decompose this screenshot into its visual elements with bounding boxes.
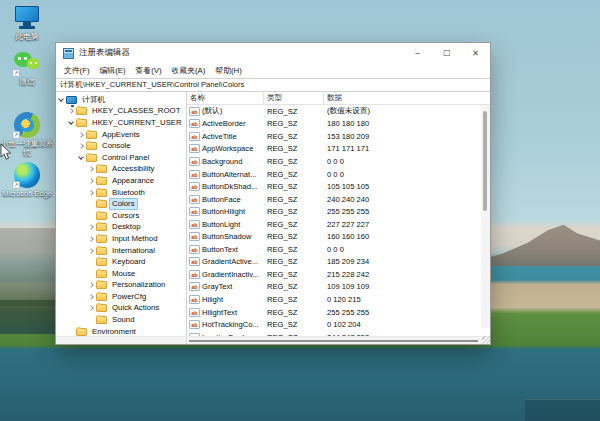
table-row[interactable]: InactiveBorder REG_SZ 244 247 252 xyxy=(187,331,481,336)
icon-label: 微信 xyxy=(0,78,54,87)
tree-item[interactable]: Input Method xyxy=(56,233,186,245)
tree-item[interactable]: Personalization xyxy=(56,280,186,292)
value-name: GrayText xyxy=(202,282,264,291)
edge-icon: ↗ xyxy=(14,162,40,188)
tree-item[interactable]: Sound xyxy=(56,314,186,326)
table-row[interactable]: AppWorkspace REG_SZ 171 171 171 xyxy=(187,143,481,156)
tree-item[interactable]: Accessibility xyxy=(56,164,186,176)
value-type: REG_SZ xyxy=(264,119,324,128)
folder-icon xyxy=(96,293,107,301)
table-row[interactable]: Hilight REG_SZ 0 120 215 xyxy=(187,293,481,306)
list-hscrollbar-thumb[interactable] xyxy=(189,340,478,342)
tree-item[interactable]: Mouse xyxy=(56,268,186,280)
column-headers: 名称 类型 数据 xyxy=(187,92,490,105)
tree-hscrollbar[interactable] xyxy=(56,337,187,344)
folder-icon xyxy=(96,212,107,220)
column-header-data[interactable]: 数据 xyxy=(324,92,481,104)
menu-item[interactable]: 文件(F) xyxy=(59,65,95,76)
resize-grip[interactable] xyxy=(482,336,490,344)
chevron-icon[interactable] xyxy=(68,108,75,115)
vertical-scrollbar[interactable] xyxy=(481,105,490,328)
table-row[interactable]: HotTrackingCo... REG_SZ 0 102 204 xyxy=(187,318,481,331)
chevron-icon[interactable] xyxy=(88,212,95,219)
chevron-icon[interactable] xyxy=(88,189,95,196)
tree-item[interactable]: HKEY_CURRENT_USER xyxy=(56,117,186,129)
tree-item-label: Appearance xyxy=(110,176,156,186)
tree-item[interactable]: Desktop xyxy=(56,222,186,234)
table-row[interactable]: Background REG_SZ 0 0 0 xyxy=(187,155,481,168)
chevron-icon[interactable] xyxy=(88,293,95,300)
vertical-scrollbar-thumb[interactable] xyxy=(483,111,487,211)
column-header-type[interactable]: 类型 xyxy=(264,92,324,104)
close-button[interactable]: ✕ xyxy=(461,43,490,63)
chevron-icon[interactable] xyxy=(88,235,95,242)
menu-item[interactable]: 帮助(H) xyxy=(210,65,246,76)
chevron-icon[interactable] xyxy=(88,247,95,254)
address-bar[interactable]: 计算机\HKEY_CURRENT_USER\Control Panel\Colo… xyxy=(56,78,490,92)
table-row[interactable]: ButtonText REG_SZ 0 0 0 xyxy=(187,243,481,256)
table-row[interactable]: HilightText REG_SZ 255 255 255 xyxy=(187,306,481,319)
table-row[interactable]: ActiveBorder REG_SZ 180 180 180 xyxy=(187,118,481,131)
chevron-icon[interactable] xyxy=(68,328,75,335)
column-header-name[interactable]: 名称 xyxy=(187,92,264,104)
tree-item[interactable]: Quick Actions xyxy=(56,303,186,315)
table-row[interactable]: ButtonHilight REG_SZ 255 255 255 xyxy=(187,205,481,218)
desktop-icon-this-pc[interactable]: 此电脑 xyxy=(0,5,54,42)
tree-item[interactable]: AppEvents xyxy=(56,129,186,141)
chevron-icon[interactable] xyxy=(58,96,65,103)
maximize-button[interactable]: ☐ xyxy=(432,43,461,63)
table-row[interactable]: ActiveTitle REG_SZ 153 180 209 xyxy=(187,130,481,143)
chevron-icon[interactable] xyxy=(88,201,95,208)
value-data: 0 120 215 xyxy=(324,295,481,304)
desktop-icon-wechat[interactable]: ↗ 微信 xyxy=(0,50,54,87)
chevron-icon[interactable] xyxy=(88,282,95,289)
tree-item-label: 计算机 xyxy=(80,95,107,105)
folder-icon xyxy=(96,223,107,231)
tree-item-label: Sound xyxy=(110,315,137,325)
table-row[interactable]: ButtonDkShad... REG_SZ 105 105 105 xyxy=(187,180,481,193)
tree-item[interactable]: Appearance xyxy=(56,175,186,187)
table-row[interactable]: ButtonShadow REG_SZ 160 160 160 xyxy=(187,230,481,243)
tree-item[interactable]: Bluetooth xyxy=(56,187,186,199)
value-type: REG_SZ xyxy=(264,333,324,336)
table-row[interactable]: GradientActive... REG_SZ 185 209 234 xyxy=(187,256,481,269)
table-row[interactable]: GradientInactiv... REG_SZ 215 228 242 xyxy=(187,268,481,281)
chevron-icon[interactable] xyxy=(88,259,95,266)
reg-sz-icon xyxy=(189,207,200,216)
tree-item[interactable]: HKEY_CLASSES_ROOT xyxy=(56,106,186,118)
table-row[interactable]: (默认) REG_SZ (数值未设置) xyxy=(187,105,481,118)
tree-item[interactable]: International xyxy=(56,245,186,257)
chevron-icon[interactable] xyxy=(78,154,85,161)
chevron-icon[interactable] xyxy=(88,270,95,277)
tree-item[interactable]: Keyboard xyxy=(56,256,186,268)
shortcut-arrow-icon: ↗ xyxy=(12,131,20,139)
table-row[interactable]: ButtonLight REG_SZ 227 227 227 xyxy=(187,218,481,231)
table-row[interactable]: GrayText REG_SZ 109 109 109 xyxy=(187,281,481,294)
table-row[interactable]: ButtonAlternat... REG_SZ 0 0 0 xyxy=(187,168,481,181)
chevron-icon[interactable] xyxy=(78,143,85,150)
tree-item[interactable]: Console xyxy=(56,140,186,152)
title-bar[interactable]: 注册表编辑器 – ☐ ✕ xyxy=(56,43,490,63)
tree-item[interactable]: 计算机 xyxy=(56,94,186,106)
chevron-icon[interactable] xyxy=(88,166,95,173)
reg-sz-icon xyxy=(189,220,200,229)
chevron-icon[interactable] xyxy=(78,131,85,138)
desktop-icon-edge[interactable]: ↗ Microsoft Edge xyxy=(0,162,54,199)
list-hscrollbar[interactable] xyxy=(187,337,490,344)
tree-item[interactable]: Environment xyxy=(56,326,186,336)
tree-item[interactable]: Control Panel xyxy=(56,152,186,164)
chevron-icon[interactable] xyxy=(88,224,95,231)
tree-item[interactable]: PowerCfg xyxy=(56,291,186,303)
tree-item[interactable]: Cursors xyxy=(56,210,186,222)
chevron-icon[interactable] xyxy=(68,119,75,126)
minimize-button[interactable]: – xyxy=(403,43,432,63)
menu-item[interactable]: 收藏夹(A) xyxy=(167,65,211,76)
chevron-icon[interactable] xyxy=(88,305,95,312)
table-row[interactable]: ButtonFace REG_SZ 240 240 240 xyxy=(187,193,481,206)
chevron-icon[interactable] xyxy=(88,177,95,184)
menu-item[interactable]: 查看(V) xyxy=(131,65,167,76)
menu-item[interactable]: 编辑(E) xyxy=(95,65,131,76)
chevron-icon[interactable] xyxy=(88,317,95,324)
tree-item[interactable]: Colors xyxy=(56,198,186,210)
value-type: REG_SZ xyxy=(264,270,324,279)
